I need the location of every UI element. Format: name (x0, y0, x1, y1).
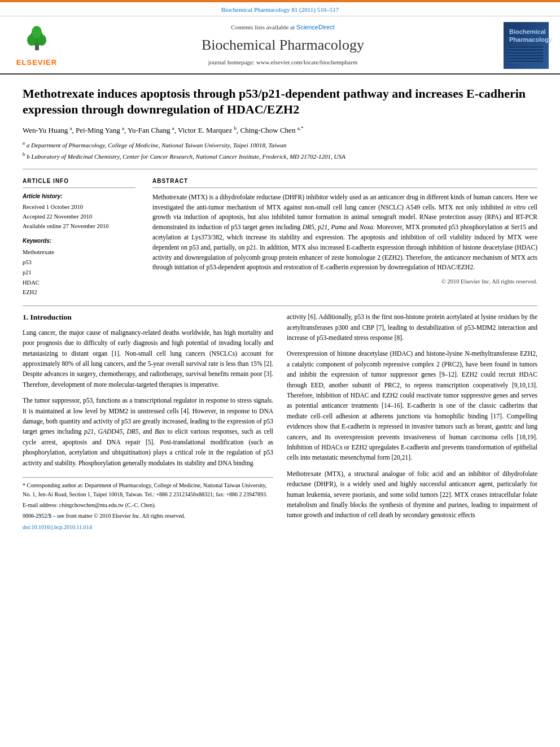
header-center: Contents lists available at ScienceDirec… (73, 23, 492, 67)
elsevier-wordmark: ELSEVIER (11, 58, 62, 68)
available-date: Available online 27 November 2010 (23, 222, 135, 231)
intro-para-1: Lung cancer, the major cause of malignan… (23, 327, 273, 390)
keywords-section: Keywords: Methotrexate p53 p21 HDAC EZH2 (23, 237, 135, 298)
sciencedirect-link[interactable]: ScienceDirect (296, 24, 335, 30)
footnote-email: E-mail address: chingchowchen@ntu.edu.tw… (23, 501, 273, 510)
received-date: Received 1 October 2010 (23, 203, 135, 212)
section-divider-top (23, 169, 537, 169)
copyright-line: © 2010 Elsevier Inc. All rights reserved… (152, 277, 537, 286)
journal-top-bar: Biochemical Pharmacology 81 (2011) 510–5… (0, 2, 560, 16)
right-para-2: Overexpression of histone deacetylase (H… (287, 348, 537, 462)
intro-para-2: The tumor suppressor, p53, functions as … (23, 395, 273, 468)
abstract-text: Methotrexate (MTX) is a dihydrofolate re… (152, 193, 537, 273)
article-info-heading: ARTICLE INFO (23, 177, 135, 188)
affiliation-b: b b Laboratory of Medicinal Chemistry, C… (23, 151, 537, 161)
journal-citation: Biochemical Pharmacology 81 (2011) 510–5… (221, 6, 339, 13)
affiliation-a: a a Department of Pharmacology, College … (23, 139, 537, 150)
doi-line[interactable]: doi:10.1016/j.bcp.2010.11.014 (23, 523, 273, 532)
article-history-dates: Received 1 October 2010 Accepted 22 Nove… (23, 203, 135, 231)
footnote-issn: 0006-2952/$ – see front matter © 2010 El… (23, 512, 273, 521)
keywords-list: Methotrexate p53 p21 HDAC EZH2 (23, 247, 135, 298)
abstract-column: ABSTRACT Methotrexate (MTX) is a dihydro… (152, 177, 537, 298)
body-left-column: 1. Introduction Lung cancer, the major c… (23, 312, 273, 532)
accepted-date: Accepted 22 November 2010 (23, 212, 135, 222)
keyword-ezh2: EZH2 (23, 287, 135, 298)
keyword-methotrexate: Methotrexate (23, 247, 135, 257)
contents-line: Contents lists available at ScienceDirec… (73, 23, 492, 32)
body-right-column: activity [6]. Additionally, p53 is the f… (287, 312, 537, 532)
page-wrapper: Biochemical Pharmacology 81 (2011) 510–5… (0, 0, 560, 543)
keyword-p21: p21 (23, 268, 135, 278)
authors-line: Wen-Yu Huang a, Pei-Ming Yang a, Yu-Fan … (23, 125, 537, 136)
keyword-hdac: HDAC (23, 278, 135, 288)
svg-point-4 (32, 26, 42, 38)
elsevier-logo: ELSEVIER (11, 22, 62, 68)
footnote-star: * Corresponding author at: Department of… (23, 481, 273, 499)
journal-logo-box: Biochemical Pharmacology (504, 22, 549, 69)
article-title: Methotrexate induces apoptosis through p… (23, 86, 537, 118)
affiliations: a a Department of Pharmacology, College … (23, 139, 537, 161)
journal-homepage: journal homepage: www.elsevier.com/locat… (73, 58, 492, 67)
main-content: Methotrexate induces apoptosis through p… (0, 75, 560, 543)
elsevier-tree-icon (21, 22, 53, 53)
journal-title: Biochemical Pharmacology (73, 34, 492, 56)
journal-logo-right: Biochemical Pharmacology (504, 22, 549, 69)
article-info-column: ARTICLE INFO Article history: Received 1… (23, 177, 135, 298)
introduction-heading: 1. Introduction (23, 312, 273, 323)
keywords-heading: Keywords: (23, 237, 135, 246)
header-section: ELSEVIER Contents lists available at Sci… (0, 16, 560, 75)
info-abstract-columns: ARTICLE INFO Article history: Received 1… (23, 177, 537, 298)
article-history-heading: Article history: (23, 193, 135, 201)
bottom-divider (23, 305, 537, 306)
right-para-3: Methotrexate (MTX), a structural analogu… (287, 469, 537, 521)
footnote-section: * Corresponding author at: Department of… (23, 477, 273, 532)
keyword-p53: p53 (23, 257, 135, 268)
right-para-1: activity [6]. Additionally, p53 is the f… (287, 312, 537, 343)
body-columns: 1. Introduction Lung cancer, the major c… (23, 312, 537, 532)
abstract-heading: ABSTRACT (152, 177, 537, 188)
